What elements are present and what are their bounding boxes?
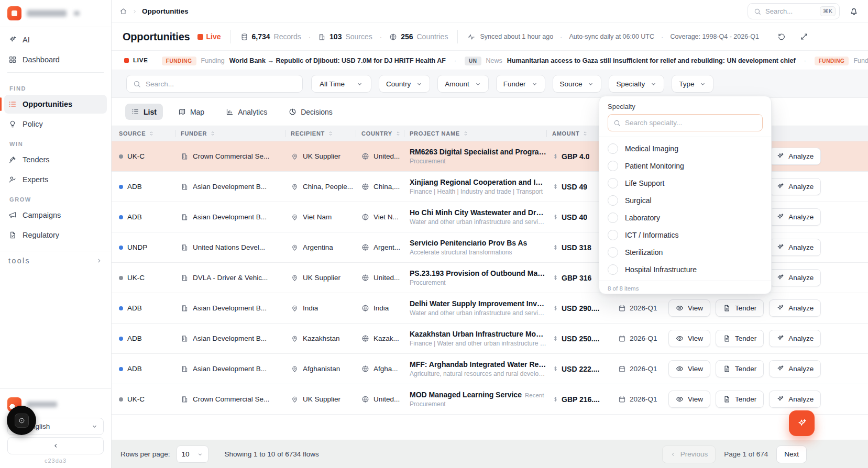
brand-row[interactable] — [0, 0, 111, 27]
cell-recipient: UK Supplier — [291, 395, 361, 403]
previous-page-button[interactable]: Previous — [662, 445, 716, 463]
view-button[interactable]: View — [668, 391, 710, 408]
checkbox-circle-icon[interactable] — [608, 195, 618, 206]
column-header-country[interactable]: COUNTRY — [361, 126, 410, 141]
checkbox-circle-icon[interactable] — [608, 247, 618, 258]
ticker-item[interactable]: UNNewsHumanitarian access to Gaza still … — [465, 57, 796, 65]
analyze-button[interactable]: Analyze — [769, 330, 821, 347]
breadcrumb-current[interactable]: Opportunities — [142, 7, 189, 15]
sidebar-tools[interactable]: tools — [0, 251, 111, 270]
cell-country: Argent... — [361, 243, 410, 251]
checkbox-circle-icon[interactable] — [608, 143, 618, 154]
table-search-input[interactable] — [146, 80, 296, 88]
table-row[interactable]: UK-C Crown Commercial Se... UK Supplier … — [112, 384, 868, 415]
filter-all-time[interactable]: All Time — [311, 75, 371, 93]
ticker-item[interactable]: FUNDINGFundingWorld Bank → Islamic Rep — [815, 57, 868, 65]
global-search[interactable]: ⌘K — [748, 3, 840, 19]
table-row[interactable]: ADB Asian Development B... Kazakhstan Ka… — [112, 324, 868, 354]
home-icon[interactable] — [119, 7, 127, 15]
specialty-option-hospital-infrastructure[interactable]: Hospital Infrastructure — [599, 261, 771, 278]
filter-source[interactable]: Source — [553, 75, 602, 93]
analyze-button[interactable]: Analyze — [769, 148, 821, 165]
collapse-sidebar-button[interactable] — [7, 437, 104, 454]
column-header-source[interactable]: SOURCE — [119, 126, 181, 141]
analyze-button[interactable]: Analyze — [769, 178, 821, 195]
column-header-project-name[interactable]: PROJECT NAME — [410, 126, 552, 141]
sidebar-item-ai[interactable]: AI — [4, 30, 107, 49]
specialty-search[interactable] — [608, 114, 763, 131]
specialty-option-sterilization[interactable]: Sterilization — [599, 243, 771, 261]
view-button[interactable]: View — [668, 299, 710, 317]
checkbox-circle-icon[interactable] — [608, 161, 618, 171]
filter-country[interactable]: Country — [379, 75, 430, 93]
tab-analytics[interactable]: Analytics — [219, 104, 273, 120]
ai-fab-button[interactable] — [789, 410, 815, 436]
project-name: RM6263 Digital Specialist and Programm..… — [410, 148, 547, 156]
view-button[interactable]: View — [668, 360, 710, 377]
table-row[interactable]: ADB Asian Development B... India India D… — [112, 293, 868, 324]
cell-project: Ho Chi Minh City Wastewater and Draina..… — [410, 208, 552, 226]
filter-specialty[interactable]: Specialty — [609, 75, 664, 93]
specialty-option-ict-informatics[interactable]: ICT / Informatics — [599, 226, 771, 243]
sidebar-item-dashboard[interactable]: Dashboard — [4, 50, 107, 69]
tab-list[interactable]: List — [125, 104, 163, 120]
ticker-item[interactable]: FUNDINGFundingWorld Bank → Republic of D… — [162, 57, 446, 65]
analyze-button[interactable]: Analyze — [769, 239, 821, 256]
view-button[interactable]: View — [668, 330, 710, 347]
dot-separator: · — [659, 33, 665, 41]
column-header-recipient[interactable]: RECIPIENT — [291, 126, 361, 141]
sidebar-item-experts[interactable]: Experts — [4, 170, 107, 189]
analyze-button[interactable]: Analyze — [769, 299, 821, 317]
tender-button[interactable]: Tender — [716, 299, 764, 317]
specialty-option-laboratory[interactable]: Laboratory — [599, 209, 771, 226]
sidebar-item-opportunities[interactable]: Opportunities — [4, 95, 107, 114]
tender-button[interactable]: Tender — [716, 391, 764, 408]
specialty-option-medical-imaging[interactable]: Medical Imaging — [599, 140, 771, 157]
column-header-funder[interactable]: FUNDER — [181, 126, 291, 141]
tender-button[interactable]: Tender — [716, 360, 764, 377]
checkbox-circle-icon[interactable] — [608, 213, 618, 223]
specialty-option-patient-monitoring[interactable]: Patient Monitoring — [599, 157, 771, 174]
expand-icon[interactable] — [800, 32, 808, 41]
activity-icon — [467, 33, 475, 41]
checkbox-circle-icon[interactable] — [608, 230, 618, 240]
amount-value: GBP 316 — [562, 274, 591, 282]
sidebar-item-policy[interactable]: Policy — [4, 115, 107, 133]
specialty-option-label: ICT / Informatics — [625, 231, 678, 239]
filter-amount[interactable]: Amount — [437, 75, 489, 93]
checkbox-circle-icon[interactable] — [608, 264, 618, 275]
dot-separator: · — [378, 33, 384, 41]
analyze-button[interactable]: Analyze — [769, 269, 821, 286]
rows-per-page-select[interactable]: 10 — [177, 445, 208, 463]
table-row[interactable]: ADB Asian Development B... Afghanistan A… — [112, 354, 868, 384]
recipient-name: Argentina — [303, 243, 333, 251]
specialty-search-input[interactable] — [625, 119, 757, 127]
assistant-button[interactable] — [7, 406, 36, 435]
next-page-button[interactable]: Next — [776, 445, 807, 463]
project-sectors: Agriculture, natural resources and rural… — [410, 370, 547, 377]
tab-label: Map — [190, 108, 204, 116]
bell-icon[interactable] — [849, 7, 859, 16]
chevron-down-icon — [356, 81, 363, 87]
sidebar-section-label: GROW — [9, 196, 107, 203]
filter-type[interactable]: Type — [672, 75, 713, 93]
global-search-input[interactable] — [765, 7, 816, 15]
sidebar-item-tenders[interactable]: Tenders — [4, 150, 107, 169]
analyze-button[interactable]: Analyze — [769, 360, 821, 377]
ticker-text: Humanitarian access to Gaza still insuff… — [507, 57, 796, 64]
table-search[interactable] — [126, 75, 303, 93]
sidebar-item-campaigns[interactable]: Campaigns — [4, 206, 107, 225]
specialty-option-life-support[interactable]: Life Support — [599, 174, 771, 192]
analyze-button[interactable]: Analyze — [769, 391, 821, 408]
tender-button[interactable]: Tender — [716, 330, 764, 347]
checkbox-circle-icon[interactable] — [608, 178, 618, 188]
filter-funder[interactable]: Funder — [496, 75, 545, 93]
refresh-icon[interactable] — [777, 32, 786, 41]
tab-map[interactable]: Map — [172, 104, 211, 120]
header-divider — [285, 130, 285, 137]
sidebar-item-regulatory[interactable]: Regulatory — [4, 226, 107, 244]
tab-decisions[interactable]: Decisions — [282, 104, 339, 120]
analyze-button[interactable]: Analyze — [769, 208, 821, 226]
specialty-option-surgical[interactable]: Surgical — [599, 192, 771, 209]
sidebar-section-label: WIN — [9, 141, 107, 147]
